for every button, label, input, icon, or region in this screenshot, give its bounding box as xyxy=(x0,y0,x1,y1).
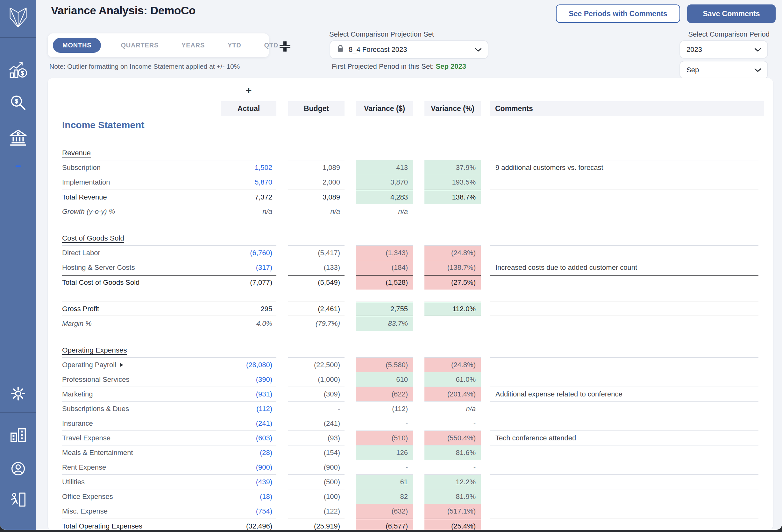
logout-icon[interactable] xyxy=(8,490,28,511)
search-dollar-icon[interactable]: $ xyxy=(8,93,29,115)
account-icon[interactable] xyxy=(8,459,28,480)
empty-cell xyxy=(424,146,481,160)
buildings-icon[interactable] xyxy=(8,426,28,447)
comment-field[interactable] xyxy=(490,190,758,204)
comment-field[interactable]: Additional expense related to conference xyxy=(490,387,758,402)
variance-pct-cell: - xyxy=(424,416,481,431)
actual-value: (32,496) xyxy=(246,522,276,530)
actual-value[interactable]: 1,502 xyxy=(255,163,276,172)
comment-field[interactable] xyxy=(490,446,758,460)
variance-pct-cell: - xyxy=(424,460,481,475)
actual-value[interactable]: (390) xyxy=(256,375,276,384)
settings-gear-icon[interactable] xyxy=(9,384,28,405)
actual-value[interactable]: (241) xyxy=(256,419,276,428)
variance-dollar-cell: 83.7% xyxy=(356,316,413,331)
comparison-month-value: Sep xyxy=(686,66,699,74)
actual-value[interactable]: (28) xyxy=(260,449,276,457)
comment-field[interactable] xyxy=(490,302,758,316)
actual-value[interactable]: (112) xyxy=(256,405,276,413)
projection-set-dropdown[interactable]: 8_4 Forecast 2023 xyxy=(329,40,489,59)
comment-field[interactable] xyxy=(490,357,758,372)
comment-field[interactable] xyxy=(490,504,758,519)
table-header-row: Actual Budget Variance ($) Variance (%) … xyxy=(62,101,764,116)
actual-value[interactable]: (18) xyxy=(260,493,276,501)
empty-cell xyxy=(424,231,481,245)
comment-field[interactable] xyxy=(490,475,758,489)
comment-field[interactable] xyxy=(490,275,758,290)
budget-cell: (25,919) xyxy=(288,519,345,530)
comparison-month-dropdown[interactable]: Sep xyxy=(679,61,768,79)
comment-field[interactable] xyxy=(490,460,758,475)
actual-value[interactable]: (900) xyxy=(256,463,276,471)
comment-field[interactable]: Increased costs due to added customer co… xyxy=(490,260,758,275)
variance-dollar-cell: (1,528) xyxy=(356,275,413,290)
table-row: Marketing(931)(309)(622)(201.4%)Addition… xyxy=(62,387,758,402)
variance-pct-value: - xyxy=(473,463,476,471)
variance-dollar-cell: - xyxy=(356,460,413,475)
comment-field[interactable] xyxy=(490,245,758,260)
comment-field[interactable] xyxy=(490,316,758,331)
variance-dollar-value: 126 xyxy=(396,449,408,457)
column-header-variance-pct: Variance (%) xyxy=(424,101,481,116)
actual-value[interactable]: (603) xyxy=(256,434,276,442)
comment-field[interactable] xyxy=(490,175,758,190)
chart-growth-dollar-icon[interactable]: $ xyxy=(8,60,29,82)
tab-years[interactable]: YEARS xyxy=(178,38,208,53)
budget-cell: (79.7%) xyxy=(288,316,345,331)
save-comments-button[interactable]: Save Comments xyxy=(687,4,776,23)
see-periods-with-comments-button[interactable]: See Periods with Comments xyxy=(556,4,680,23)
variance-dollar-cell: 413 xyxy=(356,160,413,175)
budget-cell: 2,000 xyxy=(288,175,345,190)
income-statement-rows: RevenueSubscription1,5021,08941337.9%9 a… xyxy=(62,146,758,530)
row-label: Utilities xyxy=(62,478,85,486)
actual-value[interactable]: (439) xyxy=(256,478,276,486)
table-row: Insurance(241)(241)-- xyxy=(62,416,758,431)
variance-dollar-value: 610 xyxy=(396,375,408,384)
tab-quarters[interactable]: QUARTERS xyxy=(117,38,162,53)
app-logo-icon[interactable] xyxy=(6,4,30,32)
comment-field[interactable]: 9 additional customers vs. forecast xyxy=(490,160,758,175)
comment-field[interactable]: Tech conference attended xyxy=(490,431,758,446)
comment-field[interactable] xyxy=(490,402,758,416)
comment-field[interactable] xyxy=(490,416,758,431)
variance-pct-cell: (201.4%) xyxy=(424,387,481,402)
budget-value: (241) xyxy=(324,419,340,428)
budget-cell: (2,461) xyxy=(288,302,345,316)
budget-value: - xyxy=(338,405,340,413)
budget-cell: - xyxy=(288,402,345,416)
comparison-period-label: Select Comparison Period xyxy=(688,30,770,38)
comment-field[interactable] xyxy=(490,489,758,504)
row-label-cell: Travel Expense(603) xyxy=(62,431,276,446)
row-label: Operating Payroll xyxy=(62,361,116,369)
comment-field[interactable] xyxy=(490,372,758,387)
row-label-cell: Rent Expense(900) xyxy=(62,460,276,475)
row-label: Insurance xyxy=(62,419,93,428)
comment-field[interactable] xyxy=(490,519,758,530)
tab-ytd[interactable]: YTD xyxy=(224,38,244,53)
actual-value: 4.0% xyxy=(256,319,276,328)
period-tabs: MONTHS QUARTERS YEARS YTD QTD xyxy=(48,33,269,57)
row-label: Margin % xyxy=(62,319,92,328)
actual-value[interactable]: 5,870 xyxy=(255,178,276,186)
tab-months[interactable]: MONTHS xyxy=(53,38,101,53)
variance-table-card: + Actual Budget Variance ($) Variance (%… xyxy=(48,78,773,530)
comparison-year-dropdown[interactable]: 2023 xyxy=(679,40,768,59)
row-label: Total Revenue xyxy=(62,193,107,201)
empty-cell xyxy=(356,343,413,357)
expand-caret-icon[interactable] xyxy=(120,363,123,367)
variance-dollar-value: 2,755 xyxy=(390,305,408,313)
actual-value[interactable]: (6,760) xyxy=(250,249,276,257)
actual-value[interactable]: (28,080) xyxy=(246,361,276,369)
actual-value: 295 xyxy=(260,305,276,313)
collapse-icon[interactable] xyxy=(279,40,291,53)
budget-cell: (100) xyxy=(288,489,345,504)
empty-cell xyxy=(490,343,758,357)
actual-value[interactable]: (754) xyxy=(256,507,276,516)
bank-icon[interactable] xyxy=(8,127,29,149)
add-column-button[interactable]: + xyxy=(239,84,258,96)
variance-dollar-cell: (112) xyxy=(356,402,413,416)
actual-value[interactable]: (931) xyxy=(256,390,276,398)
actual-value[interactable]: (317) xyxy=(256,263,276,272)
variance-pct-cell xyxy=(424,204,481,219)
comment-field[interactable] xyxy=(490,204,758,219)
